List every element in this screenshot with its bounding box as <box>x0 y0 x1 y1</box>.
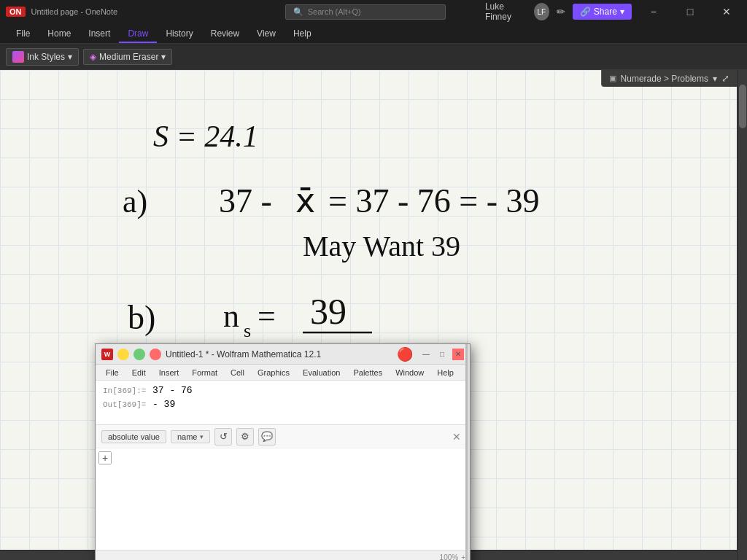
ink-styles-label: Ink Styles <box>27 52 65 62</box>
wolfram-absval-button[interactable]: absolute value <box>101 430 166 443</box>
ink-styles-chevron: ▾ <box>68 52 72 62</box>
wolfram-minimize-btn2[interactable]: — <box>420 349 432 360</box>
wolfram-name-chevron: ▾ <box>200 433 204 440</box>
wolfram-menu-edit[interactable]: Edit <box>126 367 152 378</box>
wolfram-menu-format[interactable]: Format <box>186 367 223 378</box>
wolfram-menubar: File Edit Insert Format Cell Graphics Ev… <box>96 365 470 381</box>
wolfram-input-expr[interactable]: 37 - 76 <box>152 385 193 396</box>
tab-draw[interactable]: Draw <box>119 26 157 43</box>
wolfram-menu-cell[interactable]: Cell <box>225 367 250 378</box>
tab-view[interactable]: View <box>248 26 285 43</box>
wolfram-resize-handle[interactable] <box>465 344 470 560</box>
wolfram-window: W Untitled-1 * - Wolfram Mathematica 12.… <box>95 343 471 560</box>
wolfram-titlebar: W Untitled-1 * - Wolfram Mathematica 12.… <box>96 344 470 365</box>
titlebar: ON Untitled page - OneNote 🔍 Search (Alt… <box>0 0 747 23</box>
wolfram-menu-window[interactable]: Window <box>390 367 430 378</box>
wolfram-menu-help[interactable]: Help <box>431 367 460 378</box>
eraser-icon: ◈ <box>90 52 96 62</box>
tab-history[interactable]: History <box>157 26 201 43</box>
window-title: Untitled page - OneNote <box>31 7 118 16</box>
wolfram-output-label: Out[369]= <box>103 400 147 409</box>
svg-text:s: s <box>244 320 251 341</box>
wolfram-menu-palettes[interactable]: Palettes <box>347 367 388 378</box>
eraser-button[interactable]: ◈ Medium Eraser ▾ <box>83 49 172 65</box>
main-area: ▣ Numerade > Problems ▾ ⤢ S = 24.1 a) 37… <box>0 70 747 560</box>
wolfram-input-row: In[369]:= 37 - 76 <box>103 385 462 396</box>
ribbon-tabs: File Home Insert Draw History Review Vie… <box>0 23 747 44</box>
wolfram-zoom: 100% <box>440 553 459 560</box>
tab-file[interactable]: File <box>7 26 39 43</box>
close-button[interactable]: ✕ <box>712 0 741 23</box>
svg-text:May  Want      39: May Want 39 <box>303 230 460 262</box>
wolfram-sash-inner <box>465 344 468 560</box>
search-box[interactable]: 🔍 Search (Alt+Q) <box>285 4 446 20</box>
wolfram-menu-graphics[interactable]: Graphics <box>252 367 295 378</box>
svg-text:b): b) <box>128 299 155 336</box>
user-name: Luke Finney <box>485 1 527 22</box>
titlebar-left: ON Untitled page - OneNote <box>6 7 245 17</box>
wolfram-footer: 100% + <box>96 550 470 560</box>
wolfram-input-label: In[369]:= <box>103 386 147 395</box>
titlebar-center: 🔍 Search (Alt+Q) <box>245 4 484 20</box>
wolfram-content: In[369]:= 37 - 76 Out[369]= - 39 <box>96 381 470 424</box>
wolfram-maximize-button[interactable] <box>133 349 145 360</box>
search-icon: 🔍 <box>293 7 303 17</box>
avatar: LF <box>534 3 549 20</box>
tab-review[interactable]: Review <box>202 26 248 43</box>
wolfram-refresh-button[interactable]: ↺ <box>214 428 232 446</box>
svg-text:n: n <box>223 298 239 334</box>
wolfram-menu-evaluation[interactable]: Evaluation <box>297 367 346 378</box>
wolfram-output-row: Out[369]= - 39 <box>103 399 462 410</box>
eraser-label: Medium Eraser <box>99 52 158 62</box>
wolfram-menu-insert[interactable]: Insert <box>153 367 185 378</box>
ink-styles-icon <box>12 51 24 63</box>
svg-text:=: = <box>258 298 276 334</box>
wolfram-name-label: name <box>177 432 198 441</box>
wolfram-close-btn2[interactable]: ✕ <box>452 349 464 360</box>
svg-text:= 37 - 76 = - 39: = 37 - 76 = - 39 <box>328 182 540 219</box>
eraser-chevron: ▾ <box>161 52 166 62</box>
titlebar-right: Luke Finney LF ✏ 🔗 Share ▾ − □ ✕ <box>485 0 741 23</box>
pen-icon[interactable]: ✏ <box>557 6 565 18</box>
svg-text:39: 39 <box>310 291 347 332</box>
tab-help[interactable]: Help <box>285 26 320 43</box>
app-icon: ON <box>6 7 26 17</box>
share-label: Share <box>594 7 617 17</box>
wolfram-logo: W <box>101 349 113 360</box>
share-chevron: ▾ <box>620 7 624 17</box>
wolfram-minimize-button[interactable] <box>117 349 129 360</box>
wolfram-close-button[interactable] <box>150 349 161 360</box>
svg-text:37 -: 37 - <box>219 182 272 219</box>
tab-home[interactable]: Home <box>39 26 80 43</box>
wolfram-add-cell-button[interactable]: + <box>98 451 112 464</box>
wolfram-maximize-btn2[interactable]: □ <box>436 349 448 360</box>
wolfram-empty-area[interactable]: + <box>96 448 470 550</box>
search-placeholder: Search (Alt+Q) <box>308 7 361 16</box>
share-button[interactable]: 🔗 Share ▾ <box>573 4 632 20</box>
wolfram-gear-button[interactable]: ⚙ <box>236 428 254 446</box>
wolfram-absval-label: absolute value <box>108 432 160 441</box>
wolfram-alert-icon[interactable]: 🔴 <box>397 346 413 362</box>
toolbar: Ink Styles ▾ ◈ Medium Eraser ▾ <box>0 44 747 70</box>
wolfram-title: Untitled-1 * - Wolfram Mathematica 12.1 <box>166 349 392 359</box>
wolfram-output-expr: - 39 <box>152 399 175 410</box>
maximize-button[interactable]: □ <box>676 0 705 23</box>
svg-text:S = 24.1: S = 24.1 <box>153 120 258 153</box>
tab-insert[interactable]: Insert <box>80 26 119 43</box>
wolfram-toolbar-close[interactable]: ✕ <box>449 429 464 444</box>
vertical-scrollbar[interactable] <box>737 70 747 560</box>
minimize-button[interactable]: − <box>639 0 668 23</box>
wolfram-msg-button[interactable]: 💬 <box>258 428 276 446</box>
wolfram-name-button[interactable]: name ▾ <box>171 430 211 443</box>
svg-text:a): a) <box>123 184 147 219</box>
scrollbar-thumb[interactable] <box>739 85 746 128</box>
ink-styles-button[interactable]: Ink Styles ▾ <box>6 48 79 66</box>
share-icon: 🔗 <box>580 7 591 17</box>
wolfram-toolbar: absolute value name ▾ ↺ ⚙ 💬 ✕ <box>96 424 470 448</box>
svg-text:x̄: x̄ <box>295 182 315 219</box>
notebook-page[interactable]: ▣ Numerade > Problems ▾ ⤢ S = 24.1 a) 37… <box>0 70 737 560</box>
wolfram-menu-file[interactable]: File <box>100 367 125 378</box>
